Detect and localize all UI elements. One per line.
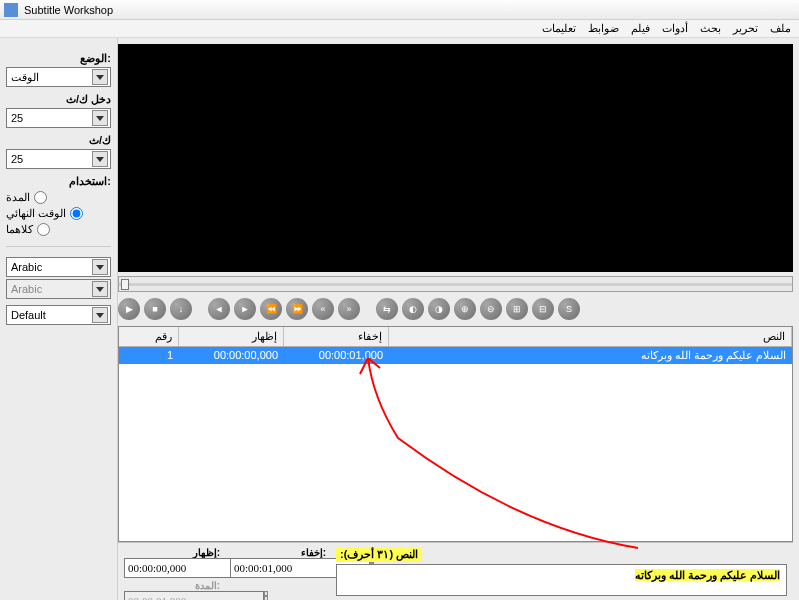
use-label: استخدام:	[6, 175, 111, 188]
menu-movie[interactable]: فيلم	[631, 22, 650, 35]
menu-search[interactable]: بحث	[700, 22, 721, 35]
end-sub-icon[interactable]: ⊟	[532, 298, 554, 320]
radio-duration[interactable]: المدة	[6, 191, 111, 204]
menu-tools[interactable]: أدوات	[662, 22, 688, 35]
chevron-down-icon[interactable]	[92, 69, 108, 85]
window-title: Subtitle Workshop	[24, 4, 113, 16]
stop-icon[interactable]: ■	[144, 298, 166, 320]
prev-icon[interactable]: ◄	[208, 298, 230, 320]
show-label: إظهار:	[124, 547, 220, 558]
chevron-down-icon	[92, 281, 108, 297]
inputfr-label: دخل ك/ث	[6, 93, 111, 106]
step-back-icon[interactable]: «	[312, 298, 334, 320]
grid-row[interactable]: 1 00:00:00,000 00:00:01,000 السلام عليكم…	[119, 347, 792, 364]
dur-time-input	[124, 591, 220, 600]
subtitle-grid[interactable]: رقم إظهار إخفاء النص 1 00:00:00,000 00:0…	[118, 326, 793, 542]
charset1-select[interactable]: Arabic	[6, 257, 111, 277]
chevron-down-icon[interactable]	[92, 110, 108, 126]
radio-both[interactable]: كلاهما	[6, 223, 111, 236]
titlebar: Subtitle Workshop	[0, 0, 799, 20]
charset2-select: Arabic	[6, 279, 111, 299]
col-num[interactable]: رقم	[119, 327, 179, 346]
video-preview	[118, 44, 793, 272]
mark-out-icon[interactable]: ◑	[428, 298, 450, 320]
next-icon[interactable]: ►	[234, 298, 256, 320]
bottom-panel: إظهار: المدة: إخفاء:	[118, 542, 793, 600]
forward-icon[interactable]: ⏩	[286, 298, 308, 320]
hide-label: إخفاء:	[230, 547, 326, 558]
subtitle-text-value: السلام عليكم ورحمة الله وبركاته	[635, 569, 780, 581]
cell-hide: 00:00:01,000	[284, 347, 389, 364]
sync-icon[interactable]: ⇆	[376, 298, 398, 320]
seek-slider[interactable]	[118, 276, 793, 292]
col-show[interactable]: إظهار	[179, 327, 284, 346]
cell-text: السلام عليكم ورحمة الله وبركاته	[389, 347, 792, 364]
hide-time-input[interactable]	[230, 558, 326, 578]
player-toolbar: ▶ ■ ↓ ◄ ► ⏪ ⏩ « » ⇆ ◐ ◑ ⊕ ⊖ ⊞ ⊟ S	[118, 298, 793, 320]
rewind-icon[interactable]: ⏪	[260, 298, 282, 320]
menu-edit[interactable]: تحرير	[733, 22, 758, 35]
app-icon	[4, 3, 18, 17]
seek-thumb[interactable]	[121, 279, 129, 290]
play-icon[interactable]: ▶	[118, 298, 140, 320]
menu-help[interactable]: تعليمات	[542, 22, 576, 35]
radio-finaltime[interactable]: الوقت النهائي	[6, 207, 111, 220]
chevron-down-icon[interactable]	[92, 259, 108, 275]
grid-empty	[119, 364, 792, 541]
add-sub-icon[interactable]: ⊞	[506, 298, 528, 320]
step-fwd-icon[interactable]: »	[338, 298, 360, 320]
spin-up-icon	[264, 591, 268, 600]
chevron-down-icon[interactable]	[92, 307, 108, 323]
grid-header: رقم إظهار إخفاء النص	[119, 327, 792, 347]
set-start-icon[interactable]: ⊕	[454, 298, 476, 320]
chevron-down-icon[interactable]	[92, 151, 108, 167]
cell-num: 1	[119, 347, 179, 364]
col-text[interactable]: النص	[389, 327, 792, 346]
cell-show: 00:00:00,000	[179, 347, 284, 364]
sidebar: الوضع: الوقت دخل ك/ث 25 ك/ث 25 استخدام: …	[0, 38, 118, 600]
text-count-label: :(النص (٣١ أحرف	[336, 547, 422, 562]
menu-settings[interactable]: ضوابط	[588, 22, 619, 35]
mark-in-icon[interactable]: ◐	[402, 298, 424, 320]
col-hide[interactable]: إخفاء	[284, 327, 389, 346]
subtitle-text-input[interactable]: السلام عليكم ورحمة الله وبركاته	[336, 564, 787, 596]
dur-label: المدة:	[124, 580, 220, 591]
mode-select[interactable]: الوقت	[6, 67, 111, 87]
fr-select[interactable]: 25	[6, 149, 111, 169]
menubar: ملف تحرير بحث أدوات فيلم ضوابط تعليمات	[0, 20, 799, 38]
set-end-icon[interactable]: ⊖	[480, 298, 502, 320]
fr-label: ك/ث	[6, 134, 111, 147]
show-time-input[interactable]	[124, 558, 220, 578]
menu-file[interactable]: ملف	[770, 22, 791, 35]
dur-time-field	[124, 591, 264, 600]
format-select[interactable]: Default	[6, 305, 111, 325]
inputfr-select[interactable]: 25	[6, 108, 111, 128]
sync-point-icon[interactable]: S	[558, 298, 580, 320]
mode-label: الوضع:	[6, 52, 111, 65]
speed-icon[interactable]: ↓	[170, 298, 192, 320]
